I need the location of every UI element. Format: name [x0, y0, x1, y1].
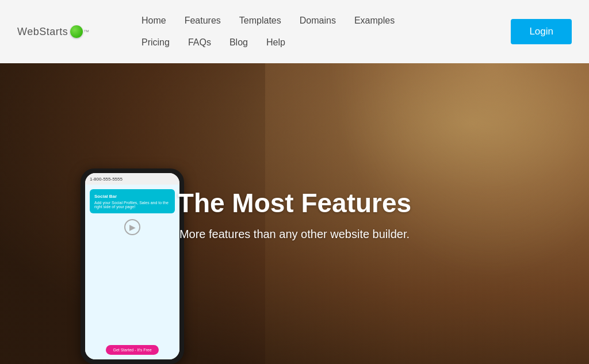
logo-tm: ™	[83, 29, 89, 35]
nav-pricing[interactable]: Pricing	[132, 35, 179, 50]
phone-circle-icon: ▶	[124, 219, 140, 235]
phone-cta-button[interactable]: Get Started - It's Free	[106, 345, 158, 355]
nav-domains[interactable]: Domains	[290, 13, 345, 28]
hero-title: The Most Features	[151, 187, 438, 218]
nav-row-1: Home Features Templates Domains Examples	[132, 10, 511, 32]
nav-help[interactable]: Help	[257, 35, 294, 50]
nav-home[interactable]: Home	[132, 13, 175, 28]
main-nav: Home Features Templates Domains Examples…	[132, 10, 511, 53]
logo[interactable]: WebStarts ™	[17, 25, 109, 38]
nav-faqs[interactable]: FAQs	[179, 35, 220, 50]
nav-examples[interactable]: Examples	[345, 13, 404, 28]
header-right: Login	[511, 0, 572, 63]
logo-dot-icon	[70, 25, 83, 38]
logo-text: WebStarts	[17, 26, 68, 38]
login-button[interactable]: Login	[511, 19, 572, 44]
hero-subtitle: More features than any other website bui…	[151, 227, 438, 240]
phone-number: 1-800-555-5555	[90, 177, 123, 182]
hero-content: The Most Features More features than any…	[151, 187, 438, 240]
header: WebStarts ™ Home Features Templates Doma…	[0, 0, 589, 63]
nav-blog[interactable]: Blog	[220, 35, 257, 50]
nav-templates[interactable]: Templates	[230, 13, 290, 28]
hero-section: 1-800-555-5555 Social Bar Add your Socia…	[0, 63, 589, 364]
nav-row-2: Pricing FAQs Blog Help	[132, 32, 511, 53]
phone-status-bar: 1-800-555-5555	[85, 173, 179, 185]
nav-features[interactable]: Features	[175, 13, 230, 28]
